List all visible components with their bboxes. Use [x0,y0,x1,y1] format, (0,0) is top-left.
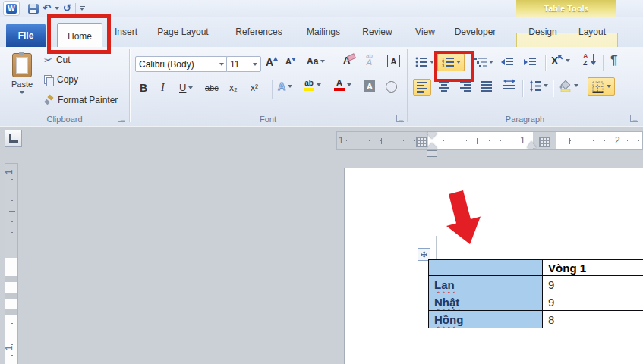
character-border-button[interactable]: A [387,55,400,67]
tab-review[interactable]: Review [355,17,400,47]
sort-button[interactable]: A Z [583,53,596,67]
enclose-characters-button[interactable] [386,81,397,93]
shading-button[interactable] [559,80,578,92]
highlight-color-button[interactable]: ab [304,79,321,91]
scores-table[interactable]: Vòng 1 Lan 9 Nhật 9 Hồng 8 [428,259,643,328]
table-row-marker[interactable] [5,309,17,315]
word-app-icon[interactable]: W [3,1,20,16]
table-cell-name[interactable]: Nhật [429,293,543,311]
table-cell-score[interactable]: Vòng 1 [543,260,643,276]
character-shading-button[interactable]: A [364,80,375,92]
justify-button[interactable] [481,81,492,92]
grow-font-button[interactable]: A [266,56,273,68]
superscript-button[interactable]: x² [251,83,258,93]
copy-button[interactable]: Copy [44,73,78,86]
customize-qat-button[interactable] [80,6,85,11]
asian-layout-arrows-icon [557,54,563,60]
table-row[interactable]: Vòng 1 [429,260,643,276]
tab-file[interactable]: File [6,24,46,47]
table-row-marker[interactable] [5,276,17,282]
font-size-combo[interactable]: 11 [226,56,261,72]
hanging-indent-marker[interactable] [427,143,437,149]
paste-button[interactable]: Paste [5,50,39,120]
chevron-down-icon[interactable] [574,84,578,87]
chevron-down-icon[interactable] [188,86,193,89]
multilevel-list-button[interactable] [474,56,493,68]
line-spacing-button[interactable] [528,80,548,92]
tab-developer[interactable]: Developer [448,17,503,47]
change-case-button[interactable]: Aa [307,56,325,67]
enclose-circle-icon [386,81,397,93]
first-line-indent-marker[interactable] [427,133,437,139]
tab-stop-selector[interactable] [5,130,22,147]
paragraph-group-label: Paragraph [407,115,643,124]
vertical-ruler[interactable]: 1 1 [5,163,18,364]
cut-button[interactable]: ✂ Cut [44,53,71,67]
text-effects-button[interactable]: A [278,80,292,93]
clear-formatting-button[interactable]: A [343,55,350,66]
align-right-button[interactable] [460,81,471,92]
chevron-down-icon[interactable] [566,59,570,62]
table-column-marker-icon[interactable] [416,136,427,147]
tab-page-layout[interactable]: Page Layout [149,17,217,47]
redo-button[interactable]: ↻ [63,2,71,14]
table-cell-name[interactable] [429,260,543,276]
italic-button[interactable]: I [161,82,165,94]
tab-references[interactable]: References [227,17,291,47]
align-left-button[interactable] [413,79,431,96]
table-row-marker[interactable] [5,293,17,299]
underline-button[interactable]: U [179,82,193,93]
indent-marker[interactable] [527,141,536,148]
increase-indent-button[interactable] [524,56,537,68]
font-name-combo[interactable]: Calibri (Body) [135,56,228,72]
table-cell-name[interactable]: Hồng [429,311,543,328]
table-row[interactable]: Nhật 9 [429,293,643,311]
show-hide-pilcrow-button[interactable]: ¶ [610,53,617,68]
left-indent-marker[interactable] [427,150,437,157]
chevron-down-icon[interactable] [489,61,493,64]
tab-design[interactable]: Design [521,17,565,47]
decrease-indent-button[interactable] [501,56,514,68]
table-cell-score[interactable]: 9 [543,293,643,311]
phonetic-guide-button[interactable]: ab A [366,53,373,65]
tab-insert[interactable]: Insert [106,17,146,47]
chevron-down-icon[interactable] [317,83,321,86]
paste-dropdown-icon[interactable] [20,91,24,94]
font-dialog-launcher[interactable] [396,115,404,122]
clipboard-dialog-launcher[interactable] [118,115,125,122]
paste-clipboard-icon [12,53,32,77]
save-button[interactable] [28,4,39,14]
tab-mailings[interactable]: Mailings [300,17,347,47]
horizontal-ruler[interactable]: 1 1 2 [336,131,643,150]
bold-button[interactable]: B [140,82,147,94]
asian-layout-button[interactable]: X [551,55,570,67]
chevron-down-icon[interactable] [288,85,292,88]
bullets-button[interactable] [414,56,434,68]
ruler-number: 1 [520,135,525,146]
strikethrough-button[interactable]: abc [205,83,219,93]
tab-view[interactable]: View [410,17,440,47]
shrink-font-button[interactable]: A [285,57,292,66]
table-row[interactable]: Hồng 8 [429,311,643,328]
format-painter-button[interactable]: Format Painter [44,93,118,107]
table-cell-score[interactable]: 8 [543,311,643,328]
paragraph-dialog-launcher[interactable] [630,115,638,122]
table-row[interactable]: Lan 9 [429,276,643,293]
sort-down-arrow-icon [591,54,596,66]
table-column-marker-icon[interactable] [539,136,550,147]
chevron-down-icon[interactable] [607,85,611,88]
align-center-button[interactable] [439,81,449,92]
document-page[interactable]: Vòng 1 Lan 9 Nhật 9 Hồng 8 [344,168,643,364]
undo-button[interactable]: ↶ [43,2,51,14]
table-cell-score[interactable]: 9 [543,276,643,293]
undo-dropdown-icon[interactable] [55,7,59,10]
font-color-button[interactable]: A [334,79,351,91]
chevron-down-icon[interactable] [544,84,548,87]
subscript-button[interactable]: x₂ [229,83,238,93]
chevron-down-icon[interactable] [347,83,351,86]
table-cell-name[interactable]: Lan [429,276,543,293]
tab-layout[interactable]: Layout [569,17,615,47]
distribute-button[interactable] [503,79,515,91]
word-window: W ↶ ↻ Table Tools File Home Insert Page … [0,0,643,364]
borders-button[interactable] [588,77,615,96]
